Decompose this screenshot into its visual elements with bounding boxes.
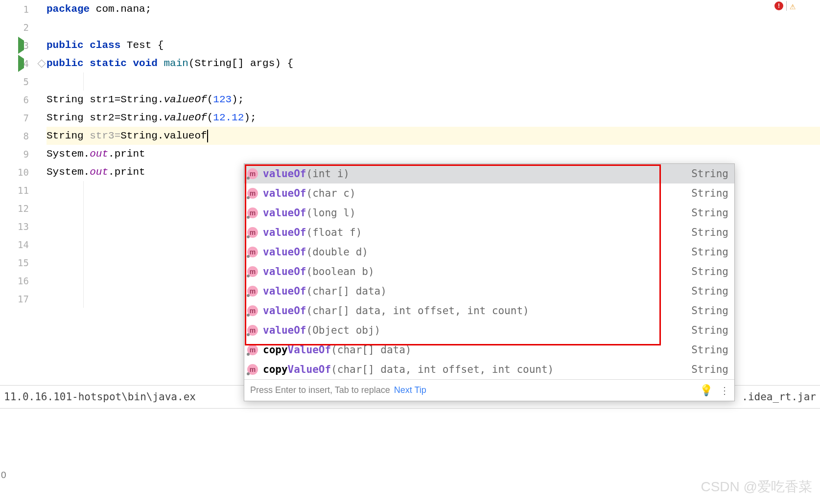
code-line-3[interactable]: public class Test {	[47, 36, 820, 54]
completion-params: (long l)	[306, 207, 356, 219]
method-icon: m	[247, 286, 258, 297]
error-icon[interactable]: !	[774, 1, 783, 10]
line-number: 13	[18, 221, 29, 232]
code-line-4[interactable]: public static void main(String[] args) {	[47, 54, 820, 72]
keyword-public: public	[47, 40, 90, 51]
code-line-7[interactable]: String str2=String.valueOf(12.12);	[47, 109, 820, 127]
completion-item[interactable]: mvalueOf(double d)String	[244, 242, 734, 262]
keyword-public: public	[47, 58, 90, 69]
gutter-line-3[interactable]: 3	[0, 36, 42, 54]
paren-open: (	[207, 94, 213, 105]
class-name: Test	[127, 40, 158, 51]
code-line-8[interactable]: String str3=String.valueof	[47, 127, 820, 145]
paren-close: );	[232, 94, 244, 105]
package-name: com.nana;	[90, 3, 151, 15]
completion-return-type: String	[691, 305, 728, 317]
completion-item[interactable]: mvalueOf(int i)String	[244, 164, 734, 183]
method-icon: m	[247, 168, 258, 179]
completion-params: (Object obj)	[306, 324, 381, 336]
completion-item[interactable]: mcopyValueOf(char[] data)String	[244, 340, 734, 360]
completion-params: (char[] data, int offset, int count)	[306, 305, 529, 317]
line-number: 9	[23, 149, 29, 160]
code-line-6[interactable]: String str1=String.valueOf(123);	[47, 91, 820, 109]
completion-method-match: ValueOf	[288, 344, 331, 356]
completion-return-type: String	[691, 168, 728, 180]
gutter-line-12: 12	[0, 199, 42, 217]
next-tip-link[interactable]: Next Tip	[394, 385, 426, 395]
gutter-line-1: 1	[0, 0, 42, 18]
code-line-1[interactable]: package com.nana;	[47, 0, 820, 18]
method-icon: m	[247, 188, 258, 199]
completion-method: valueOf	[263, 227, 306, 238]
var-str1: str1=	[90, 94, 120, 105]
keyword-class: class	[90, 40, 127, 51]
completion-return-type: String	[691, 364, 728, 375]
line-number: 7	[23, 113, 29, 123]
autocomplete-popup[interactable]: mvalueOf(int i)StringmvalueOf(char c)Str…	[244, 163, 735, 401]
method-icon: m	[247, 344, 258, 355]
method-valueof-typing: valueof	[164, 130, 207, 141]
status-cursor-pos: 0	[1, 470, 6, 481]
class-string: String.	[120, 94, 164, 105]
completion-return-type: String	[691, 187, 728, 199]
warning-icon[interactable]: ⚠	[790, 0, 796, 12]
completion-return-type: String	[691, 266, 728, 277]
gutter-line-5: 5	[0, 72, 42, 91]
line-number: 15	[18, 257, 29, 268]
completion-params: (char[] data)	[306, 285, 387, 297]
completion-item[interactable]: mcopyValueOf(char[] data, int offset, in…	[244, 360, 734, 379]
gutter-line-4[interactable]: 4	[0, 54, 42, 72]
completion-method: valueOf	[263, 266, 306, 277]
completion-params: (boolean b)	[306, 266, 375, 277]
class-system: System.	[47, 148, 90, 160]
run-icon[interactable]	[18, 41, 24, 50]
popup-footer: Press Enter to insert, Tab to replace Ne…	[244, 379, 734, 401]
main-params: (String[] args)	[188, 58, 287, 69]
popup-hint: Press Enter to insert, Tab to replace	[250, 385, 390, 395]
paren-close: );	[244, 112, 256, 123]
completion-item[interactable]: mvalueOf(char[] data)String	[244, 281, 734, 301]
method-valueof: valueOf	[164, 94, 207, 105]
completion-item[interactable]: mvalueOf(Object obj)String	[244, 321, 734, 340]
completion-return-type: String	[691, 324, 728, 336]
completion-params: (int i)	[306, 168, 350, 180]
gutter-line-15: 15	[0, 253, 42, 272]
code-line-2[interactable]	[47, 18, 820, 36]
line-number: 4	[23, 58, 29, 69]
divider	[786, 1, 787, 11]
console-text-left: 11.0.16.101-hotspot\bin\java.ex	[4, 391, 196, 403]
completion-params: (float f)	[306, 227, 362, 238]
literal-1212: 12.12	[213, 112, 244, 123]
gutter-line-7: 7	[0, 109, 42, 127]
completion-method: valueOf	[263, 324, 306, 336]
inspection-badge[interactable]: ! ⚠	[774, 0, 796, 12]
keyword-void: void	[133, 58, 164, 69]
var-str3: str3=	[90, 130, 120, 141]
completion-method-prefix: copy	[263, 364, 288, 375]
completion-params: (char c)	[306, 187, 356, 199]
completion-method-match: ValueOf	[288, 364, 331, 375]
method-icon: m	[247, 266, 258, 277]
code-line-5[interactable]	[47, 72, 820, 91]
method-icon: m	[247, 207, 258, 218]
line-number: 3	[23, 40, 29, 51]
code-line-9[interactable]: System.out.print	[47, 145, 820, 163]
completion-item[interactable]: mvalueOf(char[] data, int offset, int co…	[244, 301, 734, 321]
completion-method: valueOf	[263, 246, 306, 258]
line-number: 17	[18, 294, 29, 304]
bulb-icon[interactable]: 💡	[700, 384, 713, 397]
completion-params: (char[] data, int offset, int count)	[331, 364, 554, 375]
brace: {	[158, 40, 164, 51]
completion-item[interactable]: mvalueOf(boolean b)String	[244, 262, 734, 281]
class-system: System.	[47, 166, 90, 178]
gutter-line-10: 10	[0, 163, 42, 181]
completion-item[interactable]: mvalueOf(float f)String	[244, 223, 734, 242]
completion-item[interactable]: mvalueOf(long l)String	[244, 203, 734, 223]
run-icon[interactable]	[18, 59, 24, 68]
console-text-right: .idea_rt.jar	[742, 391, 816, 403]
keyword-package: package	[47, 3, 90, 15]
method-print: .print	[108, 148, 145, 160]
completion-item[interactable]: mvalueOf(char c)String	[244, 183, 734, 203]
completion-return-type: String	[691, 285, 728, 297]
more-menu-icon[interactable]: ⋮	[720, 385, 728, 396]
